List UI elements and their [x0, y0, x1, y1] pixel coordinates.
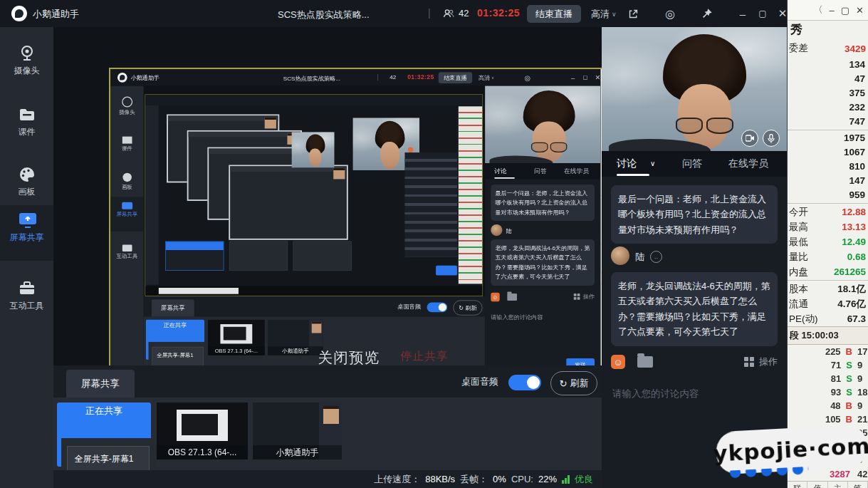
- quality-dropdown[interactable]: 高清∨: [591, 8, 617, 21]
- chat-message: 老师，龙头回调战法4-6天的周期，第五天或者第六天买入后横盘了怎么办？需要撤场吗…: [611, 272, 778, 346]
- nested-thumbnails: [165, 242, 352, 271]
- sidebar-item-whiteboard[interactable]: 画板: [0, 160, 53, 208]
- stock-name: 秀: [788, 21, 868, 39]
- sidebar-item-tools[interactable]: 互动工具: [0, 274, 53, 322]
- signal-bars-icon: [562, 475, 570, 484]
- nested-titlebar: 小鹅通助手 SCS热点股实战策略... | 42 01:32:25 结束直播 高…: [110, 69, 600, 86]
- stock-window-controls[interactable]: 〈–▢✕: [788, 0, 868, 21]
- actions-grid-icon[interactable]: [744, 357, 754, 367]
- sidebar-item-camera[interactable]: 摄像头: [0, 38, 53, 87]
- bid-volume: 1067: [788, 145, 868, 160]
- nested-app-window: 小鹅通助手 SCS热点股实战策略... | 42 01:32:25 结束直播 高…: [110, 69, 600, 379]
- chevron-down-icon: ∨: [650, 160, 655, 167]
- stock-field: PE(动)67.3: [788, 311, 868, 326]
- thumbnail-assistant[interactable]: 小鹅通助手: [253, 403, 342, 460]
- chevron-down-icon: ∨: [612, 11, 617, 18]
- status-bar: 上传速度：88KB/s 丢帧：0% CPU:22% 优良: [53, 470, 602, 488]
- stock-field: 最低12.49: [788, 234, 868, 249]
- live-title: SCS热点股实战策略...: [278, 9, 370, 21]
- mic-toggle-button[interactable]: [763, 130, 780, 147]
- stock-field: 股本18.1亿: [788, 281, 868, 296]
- nested-preview-level3: [145, 94, 483, 296]
- share-icon[interactable]: [625, 6, 641, 21]
- maximize-button[interactable]: ▢: [755, 6, 770, 21]
- sidebar-item-screen-share[interactable]: 屏幕共享: [0, 205, 53, 261]
- toolbox-icon: [18, 279, 36, 298]
- nested-window-frame: [229, 165, 348, 240]
- nested-close-preview-button: 关闭预览: [318, 348, 380, 368]
- network-quality: 优良: [575, 473, 593, 486]
- nested-chat-column: [404, 152, 456, 256]
- attachment-folder-icon[interactable]: [637, 356, 653, 368]
- nested-stock-column: [459, 106, 483, 284]
- stock-field: 流通4.76亿: [788, 296, 868, 311]
- nested-app-logo-icon: [117, 73, 127, 83]
- camera-icon: [18, 44, 36, 63]
- chat-panel: 讨论 ∨ 问答 在线学员 最后一个问题：老师，北上资金流入哪个板块有用吗？北上资…: [602, 27, 787, 488]
- minimize-button[interactable]: –: [735, 6, 751, 21]
- nested-taskbar: [145, 286, 482, 296]
- main-area: 小鹅通助手 SCS热点股实战策略... | 42 01:32:25 结束直播 高…: [53, 27, 602, 365]
- titlebar: 小鹅通助手 SCS热点股实战策略... | 42 01:32:25 结束直播 高…: [0, 0, 787, 28]
- chat-input[interactable]: [611, 388, 780, 400]
- nested-speaker-video: [292, 132, 335, 167]
- sidebar-item-courseware[interactable]: 课件: [0, 100, 53, 148]
- nested-chat-panel: 讨论问答在线学员 最后一个问题：老师，北上资金流入哪个板块有用吗？北上资金的流入…: [485, 86, 600, 380]
- trade-row: 93S18: [788, 385, 868, 399]
- chat-author: 陆: [635, 251, 644, 264]
- live-timer: 01:32:25: [477, 7, 520, 19]
- stock-weicha: 委差3429: [788, 39, 868, 58]
- bid-volume: 147: [788, 174, 868, 188]
- thumbnail-obs[interactable]: OBS 27.1.3 (64-...: [157, 403, 248, 460]
- stock-footer-tabs[interactable]: 联值主笔: [788, 481, 868, 488]
- speaker-face: [678, 84, 731, 148]
- tab-qa[interactable]: 问答: [682, 157, 702, 170]
- bid-volume: 810: [788, 160, 868, 174]
- sharing-badge: 正在共享: [57, 403, 151, 420]
- stock-app-panel: 〈–▢✕ 秀 委差3429 134 47 375 232 747 1975 10…: [787, 0, 868, 488]
- thumbnail-screen1[interactable]: 正在共享 全屏共享-屏幕1: [57, 403, 151, 467]
- ask-volume: 47: [788, 72, 868, 86]
- trade-row: 81S9: [788, 372, 868, 385]
- refresh-icon: ↻: [560, 378, 568, 389]
- stock-field: 今开12.88: [788, 204, 868, 219]
- camera-toggle-button[interactable]: [741, 130, 758, 147]
- app-window: 小鹅通助手 SCS热点股实战策略... | 42 01:32:25 结束直播 高…: [0, 0, 868, 488]
- chat-tabs: 讨论 ∨ 问答 在线学员: [602, 151, 787, 177]
- share-panel: 屏幕共享 桌面音频 ↻刷新 正在共享 全屏共享-屏幕1 OBS 27.1.3 (…: [53, 365, 602, 470]
- author-badge-icon: ‥: [650, 251, 662, 263]
- nested-sidebar: 摄像头 课件 画板 屏幕共享 互动工具: [110, 86, 144, 380]
- actions-label[interactable]: 操作: [759, 355, 778, 368]
- viewer-count: 42: [459, 8, 469, 19]
- desktop-audio-toggle[interactable]: [508, 375, 541, 390]
- nested-desktop-capture: 小鹅通助手 SCS热点股实战策略... | 42 01:32:25 结束直播 高…: [110, 69, 651, 390]
- desktop-audio-label: 桌面音频: [461, 375, 498, 388]
- tab-online-students[interactable]: 在线学员: [728, 157, 768, 170]
- speaker-video: [602, 27, 787, 151]
- screen-share-preview[interactable]: 小鹅通助手 SCS热点股实战策略... | 42 01:32:25 结束直播 高…: [109, 68, 653, 391]
- tab-screen-share[interactable]: 屏幕共享: [66, 370, 135, 398]
- ask-volume: 747: [788, 115, 868, 129]
- tab-discussion[interactable]: 讨论: [617, 157, 637, 170]
- bid-volume: 959: [788, 188, 868, 202]
- ask-volume: 232: [788, 100, 868, 115]
- nested-speaker-video: [485, 86, 600, 163]
- stock-field: 最高13.13: [788, 219, 868, 234]
- screen-share-icon: [18, 211, 36, 229]
- emoji-button[interactable]: ☺: [611, 355, 625, 369]
- refresh-button[interactable]: ↻刷新: [550, 371, 597, 395]
- trade-row: 105B21: [788, 412, 868, 426]
- pin-icon[interactable]: [699, 6, 715, 21]
- end-live-button[interactable]: 结束直播: [527, 5, 581, 23]
- ask-volume: 134: [788, 58, 868, 72]
- ask-volume: 375: [788, 86, 868, 100]
- viewers-icon: [443, 8, 454, 19]
- beauty-target-icon[interactable]: ◎: [662, 6, 678, 21]
- sidebar: 摄像头 课件 画板 屏幕共享 互动工具: [0, 27, 53, 488]
- watermark: ykpojie·com: [716, 424, 868, 474]
- bid-volume: 1975: [788, 131, 868, 145]
- stock-field: 量比0.68: [788, 249, 868, 264]
- nested-stop-share-button: 停止共享: [401, 348, 449, 363]
- chat-message: 最后一个问题：老师，北上资金流入哪个板块有用吗？北上资金的流入总量对市场未来预期…: [611, 185, 778, 244]
- app-name: 小鹅通助手: [33, 8, 79, 21]
